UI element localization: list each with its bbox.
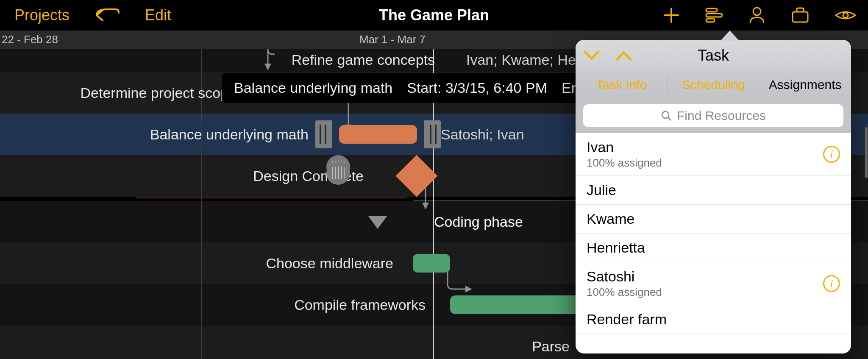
link-handle[interactable] bbox=[326, 161, 350, 185]
tab-assignments[interactable]: Assignments bbox=[759, 71, 851, 98]
svg-rect-4 bbox=[793, 12, 808, 22]
svg-point-5 bbox=[843, 13, 848, 18]
task-inspector-icon[interactable] bbox=[705, 7, 723, 24]
task-label: Balance underlying math bbox=[150, 126, 309, 143]
resources-icon[interactable] bbox=[748, 6, 765, 24]
svg-point-10 bbox=[662, 111, 669, 118]
task-bar[interactable] bbox=[413, 254, 450, 273]
resource-name: Render farm bbox=[587, 311, 667, 328]
resource-name: Ivan bbox=[587, 139, 662, 156]
projects-button[interactable]: Projects bbox=[14, 6, 70, 24]
resource-row[interactable]: Ivan100% assigned i bbox=[576, 133, 851, 176]
search-placeholder: Find Resources bbox=[677, 109, 766, 123]
disclosure-triangle-icon[interactable] bbox=[368, 216, 387, 229]
task-label: Parse bbox=[532, 338, 570, 355]
group-label: Coding phase bbox=[434, 214, 523, 230]
svg-rect-2 bbox=[706, 19, 715, 22]
tab-scheduling[interactable]: Scheduling bbox=[668, 71, 760, 98]
info-icon[interactable]: i bbox=[823, 275, 840, 292]
resource-assigned: 100% assigned bbox=[587, 156, 662, 170]
view-icon[interactable] bbox=[835, 8, 856, 22]
resource-assigned: 100% assigned bbox=[587, 286, 662, 299]
task-inspector-popover: Task Task Info Scheduling Assignments Fi… bbox=[576, 40, 851, 353]
tooltip-task-name: Balance underlying math bbox=[234, 80, 392, 96]
tab-task-info[interactable]: Task Info bbox=[576, 71, 668, 98]
edit-button[interactable]: Edit bbox=[145, 6, 171, 24]
info-icon[interactable]: i bbox=[823, 146, 840, 163]
task-label: Choose middleware bbox=[266, 255, 394, 272]
resource-row[interactable]: Henrietta bbox=[576, 234, 851, 262]
popover-header: Task bbox=[576, 40, 851, 71]
task-label: Determine project scope bbox=[80, 85, 236, 101]
next-task-button[interactable] bbox=[608, 50, 640, 61]
add-icon[interactable] bbox=[663, 7, 680, 24]
task-assignments: Satoshi; Ivan bbox=[441, 126, 524, 143]
popover-tabs: Task Info Scheduling Assignments bbox=[576, 71, 851, 98]
resource-name: Kwame bbox=[587, 211, 634, 227]
svg-rect-1 bbox=[706, 14, 722, 17]
svg-point-3 bbox=[753, 8, 761, 15]
resource-search-bar: Find Resources bbox=[576, 98, 851, 133]
popover-arrow bbox=[721, 31, 739, 41]
week-label: 22 - Feb 28 bbox=[2, 33, 58, 46]
resource-name: Satoshi bbox=[587, 268, 662, 285]
task-selection-handles[interactable] bbox=[315, 120, 441, 148]
resource-row[interactable]: Julie bbox=[576, 176, 851, 205]
resource-row[interactable]: Render farm bbox=[576, 305, 851, 334]
tooltip-start: Start: 3/3/15, 6:40 PM bbox=[407, 80, 547, 96]
document-title: The Game Plan bbox=[379, 6, 489, 24]
undo-icon[interactable] bbox=[95, 7, 120, 24]
briefcase-icon[interactable] bbox=[791, 7, 810, 24]
svg-rect-0 bbox=[706, 8, 717, 12]
search-input[interactable]: Find Resources bbox=[583, 104, 843, 127]
resource-name: Julie bbox=[587, 182, 616, 198]
task-label: Refine game concepts bbox=[292, 52, 435, 68]
resource-row[interactable]: Kwame bbox=[576, 205, 851, 234]
task-tooltip: Balance underlying math Start: 3/3/15, 6… bbox=[222, 73, 627, 103]
toolbar: Projects Edit The Game Plan bbox=[0, 0, 868, 31]
prev-task-button[interactable] bbox=[576, 50, 608, 61]
resource-list: Ivan100% assigned i Julie Kwame Henriett… bbox=[576, 133, 851, 334]
scrollbar[interactable] bbox=[865, 0, 868, 359]
task-label: Compile frameworks bbox=[294, 297, 426, 313]
week-label: Mar 1 - Mar 7 bbox=[359, 33, 426, 46]
resource-name: Henrietta bbox=[587, 239, 645, 256]
resource-row[interactable]: Satoshi100% assigned i bbox=[576, 262, 851, 305]
scroll-thumb[interactable] bbox=[865, 127, 868, 178]
popover-title: Task bbox=[698, 47, 729, 64]
search-icon bbox=[661, 110, 672, 121]
